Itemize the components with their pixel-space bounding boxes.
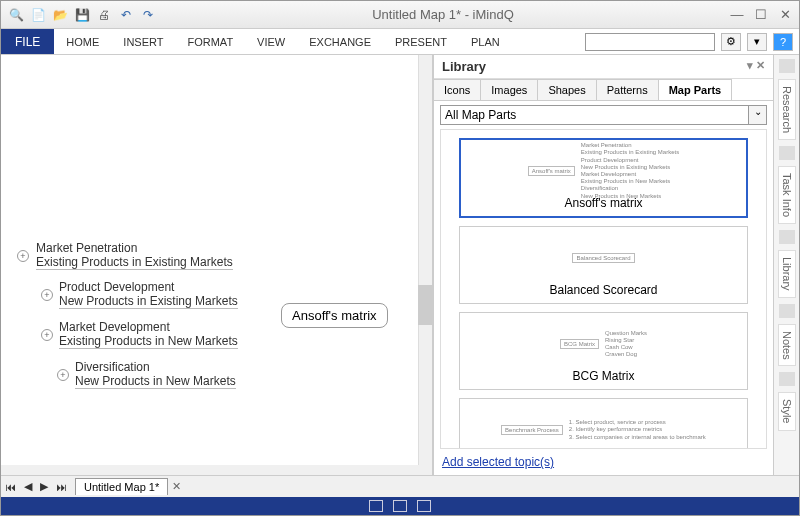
maximize-icon[interactable]: ☐ [753, 7, 769, 23]
redo-icon[interactable]: ↷ [139, 6, 157, 24]
template-preview: Ansoff's matrix Market PenetrationExisti… [467, 146, 740, 196]
expand-icon[interactable]: + [41, 289, 53, 301]
library-tab-patterns[interactable]: Patterns [596, 79, 659, 100]
template-ansoffs-matrix[interactable]: Ansoff's matrix Market PenetrationExisti… [459, 138, 748, 218]
library-header: Library ▾ ✕ [434, 55, 773, 79]
titlebar: 🔍 📄 📂 💾 🖨 ↶ ↷ Untitled Map 1* - iMindQ —… [1, 1, 799, 29]
template-preview: BCG Matrix Question MarksRising Star Cas… [466, 319, 741, 369]
minimize-icon[interactable]: — [729, 7, 745, 23]
central-node[interactable]: Ansoff's matrix [281, 303, 388, 328]
research-icon [779, 59, 795, 73]
scrollbar-thumb[interactable] [418, 285, 432, 325]
sidepanel-tab-task-info[interactable]: Task Info [778, 166, 796, 224]
quick-access-toolbar: 🔍 📄 📂 💾 🖨 ↶ ↷ [7, 6, 157, 24]
library-category-select[interactable]: All Map Parts ⌄ [440, 105, 767, 125]
library-tab-map-parts[interactable]: Map Parts [658, 79, 733, 100]
notes-icon [779, 304, 795, 318]
side-vertical-tabs: Research Task Info Library Notes Style [773, 55, 799, 475]
expand-icon[interactable]: + [57, 369, 69, 381]
tab-format[interactable]: FORMAT [175, 29, 245, 54]
tab-home[interactable]: HOME [54, 29, 111, 54]
new-icon[interactable]: 📄 [29, 6, 47, 24]
main-area: Ansoff's matrix + Market Penetration Exi… [1, 55, 799, 475]
window-title: Untitled Map 1* - iMindQ [157, 7, 729, 22]
task-info-icon [779, 146, 795, 160]
fit-view-icon[interactable] [369, 500, 383, 512]
open-icon[interactable]: 📂 [51, 6, 69, 24]
last-sheet-icon[interactable]: ⏭ [52, 481, 71, 493]
branch-line2: New Products in New Markets [75, 374, 236, 389]
first-sheet-icon[interactable]: ⏮ [1, 481, 20, 493]
branch-line2: Existing Products in Existing Markets [36, 255, 233, 270]
expand-icon[interactable]: + [41, 329, 53, 341]
branch-market-development[interactable]: Market Development Existing Products in … [59, 320, 238, 349]
tab-insert[interactable]: INSERT [111, 29, 175, 54]
scrollbar-vertical[interactable] [418, 55, 432, 475]
add-selected-topics-link[interactable]: Add selected topic(s) [434, 453, 773, 475]
library-tab-images[interactable]: Images [480, 79, 538, 100]
close-icon[interactable]: ✕ [777, 7, 793, 23]
library-tab-shapes[interactable]: Shapes [537, 79, 596, 100]
template-preview: Balanced Scorecard [466, 233, 741, 283]
chevron-down-icon[interactable]: ⌄ [749, 105, 767, 125]
zoom-icon[interactable] [393, 500, 407, 512]
sidepanel-tab-library[interactable]: Library [778, 250, 796, 298]
template-bcg-matrix[interactable]: BCG Matrix Question MarksRising Star Cas… [459, 312, 748, 390]
window-controls: — ☐ ✕ [729, 7, 793, 23]
tab-plan[interactable]: PLAN [459, 29, 512, 54]
close-sheet-icon[interactable]: ✕ [172, 480, 181, 493]
style-icon [779, 372, 795, 386]
chevron-down-icon[interactable]: ▾ [747, 33, 767, 51]
library-panel: Library ▾ ✕ Icons Images Shapes Patterns… [433, 55, 773, 475]
search-icon[interactable]: 🔍 [7, 6, 25, 24]
branch-market-penetration[interactable]: Market Penetration Existing Products in … [36, 241, 233, 270]
template-balanced-scorecard[interactable]: Balanced Scorecard Balanced Scorecard [459, 226, 748, 304]
tab-view[interactable]: VIEW [245, 29, 297, 54]
branch-line1: Product Development [59, 280, 238, 294]
branch-line1: Market Development [59, 320, 238, 334]
fullscreen-icon[interactable] [417, 500, 431, 512]
sidepanel-tab-research[interactable]: Research [778, 79, 796, 140]
mindmap-canvas[interactable]: Ansoff's matrix + Market Penetration Exi… [1, 55, 433, 475]
sheet-tab-bar: ⏮ ◀ ▶ ⏭ Untitled Map 1* ✕ [1, 475, 799, 497]
library-icon [779, 230, 795, 244]
scrollbar-horizontal[interactable] [1, 465, 432, 475]
print-icon[interactable]: 🖨 [95, 6, 113, 24]
prev-sheet-icon[interactable]: ◀ [20, 480, 36, 493]
library-title: Library [442, 59, 486, 74]
tab-file[interactable]: FILE [1, 29, 54, 54]
settings-icon[interactable]: ⚙ [721, 33, 741, 51]
branch-diversification[interactable]: Diversification New Products in New Mark… [75, 360, 236, 389]
ribbon-spacer [512, 29, 585, 54]
tab-exchange[interactable]: EXCHANGE [297, 29, 383, 54]
branch-line1: Diversification [75, 360, 236, 374]
library-body[interactable]: Ansoff's matrix Market PenetrationExisti… [440, 129, 767, 449]
library-category-value: All Map Parts [440, 105, 749, 125]
branch-line1: Market Penetration [36, 241, 233, 255]
library-header-tools[interactable]: ▾ ✕ [747, 59, 765, 74]
template-preview: Benchmark Process 1. Select product, ser… [466, 405, 741, 449]
next-sheet-icon[interactable]: ▶ [36, 480, 52, 493]
library-tabs: Icons Images Shapes Patterns Map Parts [434, 79, 773, 101]
template-label: Balanced Scorecard [466, 283, 741, 297]
library-tab-icons[interactable]: Icons [433, 79, 481, 100]
sidepanel-tab-notes[interactable]: Notes [778, 324, 796, 367]
branch-product-development[interactable]: Product Development New Products in Exis… [59, 280, 238, 309]
tab-present[interactable]: PRESENT [383, 29, 459, 54]
expand-icon[interactable]: + [17, 250, 29, 262]
ribbon-right-tools: ⚙ ▾ ? [585, 29, 799, 54]
template-label: Ansoff's matrix [467, 196, 740, 210]
sidepanel-tab-style[interactable]: Style [778, 392, 796, 430]
save-icon[interactable]: 💾 [73, 6, 91, 24]
undo-icon[interactable]: ↶ [117, 6, 135, 24]
branch-line2: New Products in Existing Markets [59, 294, 238, 309]
template-label: BCG Matrix [466, 369, 741, 383]
template-benchmark-process[interactable]: Benchmark Process 1. Select product, ser… [459, 398, 748, 449]
ribbon-tabs: FILE HOME INSERT FORMAT VIEW EXCHANGE PR… [1, 29, 799, 55]
sheet-tab[interactable]: Untitled Map 1* [75, 478, 168, 495]
branch-line2: Existing Products in New Markets [59, 334, 238, 349]
search-input[interactable] [585, 33, 715, 51]
statusbar [1, 497, 799, 515]
help-icon[interactable]: ? [773, 33, 793, 51]
